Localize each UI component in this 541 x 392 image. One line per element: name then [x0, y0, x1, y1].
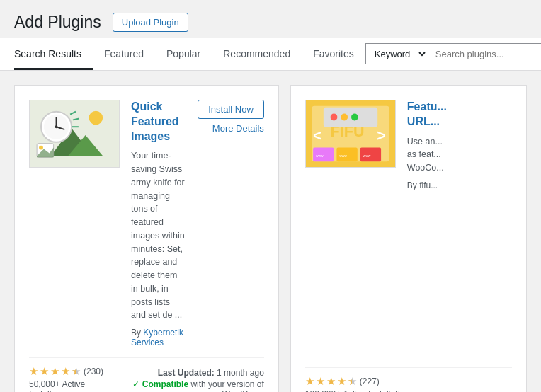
- plugin-thumbnail-qfi: [29, 100, 120, 168]
- svg-point-13: [39, 146, 43, 150]
- fu-star-2: ★: [316, 375, 325, 388]
- plugin-card-featured-url: < > FIFU www: [290, 85, 527, 392]
- plugin-rating-featured-url: ★ ★ ★ ★ ★ ★ (227): [305, 375, 413, 388]
- svg-text:www: www: [363, 154, 370, 158]
- more-details-link-qfi[interactable]: More Details: [212, 123, 264, 134]
- main-content: Quick Featured Images Your time-saving S…: [0, 71, 541, 392]
- keyword-search: Keyword Author Tag: [365, 38, 541, 70]
- tab-search-results[interactable]: Search Results: [14, 40, 93, 70]
- search-type-select[interactable]: Keyword Author Tag: [365, 43, 428, 64]
- compatible-qfi: ✓ Compatible with your version of WordPr…: [120, 379, 264, 392]
- tab-recommended[interactable]: Recommended: [212, 40, 302, 70]
- svg-text:www: www: [316, 154, 324, 158]
- svg-point-23: [351, 114, 358, 121]
- star-4: ★: [61, 365, 70, 378]
- rating-count-featured-url: (227): [360, 376, 380, 386]
- star-1: ★: [29, 365, 38, 378]
- fu-star-5-half: ★ ★: [348, 375, 357, 388]
- svg-text:>: >: [377, 127, 386, 144]
- plugins-grid: Quick Featured Images Your time-saving S…: [14, 85, 527, 392]
- star-2: ★: [40, 365, 49, 378]
- svg-point-22: [341, 114, 348, 121]
- active-installs-qfi: 50,000+ Active Installations: [29, 379, 114, 392]
- plugin-desc-featured-url: Use an...as feat...WooCo...: [407, 135, 512, 175]
- star-3: ★: [50, 365, 59, 378]
- upload-plugin-button[interactable]: Upload Plugin: [113, 13, 188, 32]
- svg-point-21: [330, 114, 337, 121]
- fu-star-3: ★: [326, 375, 336, 388]
- plugin-title-qfi: Quick Featured Images: [131, 100, 186, 144]
- plugin-desc-qfi: Your time-saving Swiss army knife for ma…: [131, 149, 186, 322]
- plugin-author-qfi: By Kybernetik Services: [131, 328, 186, 347]
- plugin-thumbnail-featured-url: < > FIFU www: [305, 100, 396, 168]
- tab-popular[interactable]: Popular: [155, 40, 212, 70]
- rating-count-qfi: (230): [84, 367, 103, 376]
- tab-featured[interactable]: Featured: [93, 40, 155, 70]
- plugin-search-input[interactable]: [428, 43, 541, 64]
- svg-text:www: www: [339, 154, 347, 158]
- active-installs-featured-url: 100,000+ Active Installations: [305, 389, 413, 392]
- tab-favorites[interactable]: Favorites: [302, 40, 365, 70]
- plugin-card-quick-featured-images: Quick Featured Images Your time-saving S…: [14, 85, 279, 392]
- svg-text:<: <: [313, 127, 322, 144]
- plugin-author-featured-url: By fifu...: [407, 180, 512, 190]
- plugin-info-featured-url: Featu...URL... Use an...as feat...WooCo.…: [407, 100, 512, 357]
- nav-bar: Search Results Featured Popular Recommen…: [0, 38, 541, 71]
- install-button-qfi[interactable]: Install Now: [198, 100, 264, 119]
- plugin-author-link-qfi[interactable]: Kybernetik Services: [131, 328, 183, 347]
- plugin-info-qfi: Quick Featured Images Your time-saving S…: [131, 100, 186, 347]
- fu-star-1: ★: [305, 375, 314, 388]
- star-5-half: ★ ★: [72, 365, 81, 378]
- svg-point-8: [55, 125, 58, 128]
- plugin-rating-qfi: ★ ★ ★ ★ ★ ★ (230): [29, 365, 114, 378]
- last-updated-qfi: Last Updated: 1 month ago: [158, 368, 264, 378]
- plugin-actions-qfi: Install Now More Details: [198, 100, 264, 347]
- page-title: Add Plugins: [14, 13, 101, 32]
- svg-point-3: [89, 111, 103, 125]
- plugin-title-featured-url: Featu...URL...: [407, 100, 512, 129]
- plugin-meta-featured-url: ★ ★ ★ ★ ★ ★ (227) 100,000+ Active Instal…: [305, 367, 512, 392]
- fu-star-4: ★: [337, 375, 346, 388]
- nav-tabs: Search Results Featured Popular Recommen…: [14, 40, 365, 70]
- plugin-meta-qfi: ★ ★ ★ ★ ★ ★ (230) 50,000+ Active Install…: [29, 357, 264, 392]
